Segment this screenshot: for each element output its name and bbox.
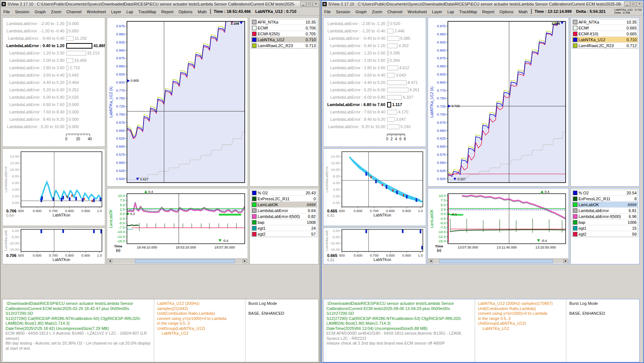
- close-button[interactable]: ✕: [313, 1, 319, 7]
- histogram-row[interactable]: LambdaLabError : 1.20 to 2.0032.213: [3, 49, 105, 57]
- legend-row-egt1[interactable]: egt124: [251, 225, 317, 231]
- scroll-right-arrow[interactable]: ▶: [563, 259, 568, 263]
- time-chart-svg[interactable]: 10.07.55.02.50.0-2.5-5.0-7.5-10.0-12.5-1…: [428, 188, 569, 258]
- legend-row-lam4rawl2c-r23[interactable]: Lam4RawL2C_R230.712: [572, 43, 638, 48]
- menu-graph[interactable]: Graph: [32, 9, 49, 15]
- legend-row-ecmf[interactable]: ECMf0.665: [572, 25, 638, 31]
- legend-row-expressl2c-r11[interactable]: ExPressL2C_R118: [572, 196, 638, 202]
- histogram-row[interactable]: LambdaLabError : 3.60 to 4.400.642: [3, 71, 105, 79]
- histogram-row[interactable]: LambdaLabError : 6.80 to 7.601.117: [323, 101, 426, 108]
- histogram-row[interactable]: LambdaLabError : 2.80 to 3.604.612: [323, 64, 426, 71]
- minimize-button[interactable]: ▁: [624, 1, 630, 7]
- legend-row-egt2[interactable]: egt259: [572, 231, 638, 237]
- main-lambda-chart[interactable]: 0.9750.9500.9250.9000.8750.8500.8250.800…: [428, 17, 569, 187]
- time-series-chart[interactable]: 10.07.55.02.50.0-2.5-5.0-7.5-10.0-12.5-1…: [428, 188, 569, 264]
- main-chart-svg[interactable]: 0.9750.9500.9250.9000.8750.8500.8250.800…: [428, 18, 569, 186]
- menu-file[interactable]: File: [1, 9, 13, 15]
- titlebar[interactable]: S SView 2.17.10 : C:\Users\Public\Docume…: [1, 1, 319, 7]
- legend-row-lambdalaberror-f-500-[interactable]: LambdaLabError-f(500)0.82: [251, 214, 317, 219]
- histogram-row[interactable]: LambdaLabError : 2.00 to 2.800.294: [323, 57, 426, 64]
- histogram-row[interactable]: LambdaLabError : 4.40 to 5.208.471: [323, 79, 426, 86]
- histogram-row[interactable]: LambdaLabError : 3.60 to 4.403.043: [323, 71, 426, 79]
- scrollbar-thumb[interactable]: [439, 259, 553, 263]
- scatter-error-vs-labntkon[interactable]: 14.0012.0010.008.006.004.002.000.00Lambd…: [323, 148, 426, 226]
- menu-file[interactable]: File: [322, 9, 333, 15]
- legend-row-lamlabok[interactable]: LamLabOK####: [251, 202, 317, 208]
- legend-row-labntka-u12[interactable]: LabNTKa_U120.710: [572, 37, 638, 43]
- legend-row-ecmf-f-250-[interactable]: ECMf-f(250)0.705: [251, 31, 317, 37]
- legend-row-ecmf[interactable]: ECMf0.706: [251, 25, 317, 31]
- menu-lap[interactable]: Lap: [124, 9, 135, 15]
- scroll-left-arrow[interactable]: ◀: [107, 259, 112, 263]
- histogram-row[interactable]: LambdaLabError : 0.40 to 1.2041.865: [3, 42, 105, 49]
- histogram-row[interactable]: LambdaLabError : 4.40 to 5.200.494: [3, 79, 105, 86]
- scatter-error2-vs-labntkon[interactable]: 0.00-5.00-10.00-15.00LambdaLabE5000.6000…: [323, 228, 426, 264]
- histogram-row[interactable]: LambdaLabError : -1.20 to -0.400.050: [3, 27, 105, 35]
- legend-row-lam4rawl2c-r23[interactable]: Lam4RawL2C_R230.713: [251, 43, 317, 48]
- legend-row-egt1[interactable]: egt115: [572, 225, 638, 231]
- menu-trackmap[interactable]: TrackMap: [457, 9, 480, 15]
- scatter2-svg[interactable]: 0.00-5.00-10.00-15.00LambdaLabE5000.6000…: [323, 228, 426, 264]
- histogram-row[interactable]: LambdaLabError : 9.20 to 10.005.193: [323, 123, 426, 130]
- menu-graph[interactable]: Graph: [353, 9, 369, 15]
- legend-row--o2[interactable]: % O220.43: [251, 190, 317, 196]
- menu-zoom[interactable]: Zoom: [48, 9, 64, 15]
- main-lambda-chart[interactable]: 0.9750.9500.9250.9000.8750.8500.8250.800…: [107, 17, 248, 187]
- scroll-right-arrow[interactable]: ▶: [243, 259, 247, 263]
- legend-row-lamlabok[interactable]: LamLabOK####: [572, 202, 638, 208]
- legend-row-lambdalaberror-f-500-[interactable]: LambdaLabError-f(500)6.96: [572, 214, 638, 219]
- histogram-row[interactable]: LambdaLabError : 5.20 to 6.000.252: [3, 86, 105, 94]
- legend-row-expressl2c-r11[interactable]: ExPressL2C_R110: [251, 196, 317, 202]
- horizontal-scrollbar[interactable]: ◀▶: [428, 258, 568, 264]
- histogram-row[interactable]: LambdaLabError : -2.00 to -1.200.000: [3, 20, 105, 27]
- titlebar[interactable]: S SView 2.17.10 : C:\Users\Public\Docume…: [322, 1, 643, 7]
- main-chart-svg[interactable]: 0.9750.9500.9250.9000.8750.8500.8250.800…: [107, 18, 248, 186]
- histogram-row[interactable]: LambdaLabError : -1.20 to -0.402.446: [323, 27, 426, 35]
- histogram-row[interactable]: LambdaLabError : 1.20 to 2.000.395: [323, 49, 426, 57]
- menu-session[interactable]: Session: [333, 9, 353, 15]
- menu-trackmap[interactable]: TrackMap: [136, 9, 159, 15]
- histogram-row[interactable]: LambdaLabError : 6.00 to 6.800.026: [3, 94, 105, 101]
- horizontal-scrollbar[interactable]: ◀▶: [107, 258, 247, 264]
- menu-zoom[interactable]: Zoom: [369, 9, 385, 15]
- menu-math[interactable]: Math: [516, 9, 530, 15]
- menu-math[interactable]: Math: [195, 9, 209, 15]
- scatter2-svg[interactable]: 0.00-5.00-10.00-15.00LambdaLabE5000.6000…: [3, 228, 105, 264]
- histogram-row[interactable]: LambdaLabError : 7.60 to 8.404.170: [323, 108, 426, 116]
- histogram-row[interactable]: LambdaLabError : 6.00 to 6.806.337: [323, 94, 426, 101]
- scatter-error2-vs-labntkon[interactable]: 0.00-5.00-10.00-15.00LambdaLabE5000.6000…: [2, 228, 105, 264]
- maximize-button[interactable]: □: [307, 1, 312, 7]
- legend-row-egt2[interactable]: egt257: [251, 231, 317, 237]
- menu-report[interactable]: Report: [480, 9, 497, 15]
- legend-row-lambdalaberror[interactable]: LambdaLabError6.81: [572, 208, 638, 214]
- menu-options[interactable]: Options: [497, 9, 516, 15]
- histogram-row[interactable]: LambdaLabError : -2.00 to -1.200.520: [323, 20, 426, 27]
- legend-row-bap[interactable]: bap1008: [251, 219, 317, 225]
- time-chart-svg[interactable]: 10.07.55.02.50.0-2.5-5.0-7.5-10.0-12.5-1…: [107, 188, 248, 258]
- scatter1-svg[interactable]: 14.0012.0010.008.006.004.002.000.00Lambd…: [3, 149, 105, 226]
- histogram-row[interactable]: LambdaLabError : 8.40 to 9.200.000: [3, 116, 105, 123]
- legend-row-afr-ntka[interactable]: AFR_NTKa10.35: [251, 19, 317, 25]
- legend-row-ecmf-f-10-[interactable]: ECMf-f(10)0.665: [572, 31, 638, 37]
- menu-channel[interactable]: Channel: [385, 9, 405, 15]
- menu-options[interactable]: Options: [176, 9, 195, 15]
- legend-row--o2[interactable]: % O220.54: [572, 190, 638, 196]
- maximize-button[interactable]: □: [630, 1, 636, 7]
- histogram-row[interactable]: LambdaLabError : -0.40 to 0.405.085: [323, 35, 426, 42]
- scatter1-svg[interactable]: 14.0012.0010.008.006.004.002.000.00Lambd…: [323, 149, 426, 226]
- scrollbar-thumb[interactable]: [135, 259, 235, 263]
- menu-worksheet[interactable]: Worksheet: [84, 9, 109, 15]
- histogram-row[interactable]: LambdaLabError : 6.80 to 7.600.000: [3, 101, 105, 108]
- scroll-left-arrow[interactable]: ◀: [428, 259, 433, 263]
- close-button[interactable]: ✕: [637, 1, 643, 7]
- histogram-row[interactable]: LambdaLabError : 8.40 to 9.203.047: [323, 116, 426, 123]
- time-series-chart[interactable]: 10.07.55.02.50.0-2.5-5.0-7.5-10.0-12.5-1…: [107, 188, 248, 264]
- histogram-row[interactable]: LambdaLabError : -0.40 to 0.4011.292: [3, 35, 105, 42]
- histogram-row[interactable]: LambdaLabError : 0.40 to 1.204.352: [323, 42, 426, 49]
- histogram-row[interactable]: LambdaLabError : 5.20 to 6.009.261: [323, 86, 426, 94]
- minimize-button[interactable]: ▁: [300, 1, 306, 7]
- histogram-row[interactable]: LambdaLabError : 9.20 to 10.000.000: [3, 123, 105, 130]
- legend-row-labntka-u12[interactable]: LabNTKa_U120.710: [251, 37, 317, 43]
- menu-lap[interactable]: Lap: [445, 9, 456, 15]
- menu-worksheet[interactable]: Worksheet: [405, 9, 429, 15]
